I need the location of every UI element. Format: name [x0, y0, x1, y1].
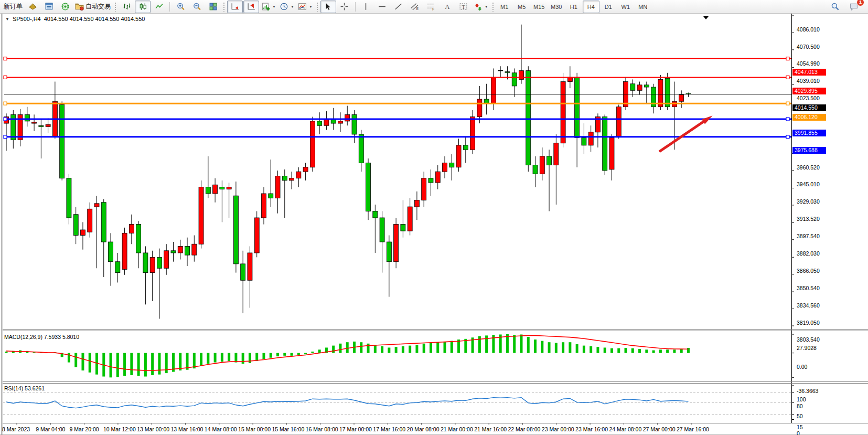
- periods-clock-icon: [280, 2, 288, 11]
- toolbar: 新订单: [0, 0, 868, 14]
- svg-text:T: T: [462, 4, 466, 10]
- signal-icon[interactable]: [57, 1, 73, 13]
- zoom-in-icon[interactable]: [173, 1, 188, 13]
- price-line-label: 4047.013: [792, 69, 826, 76]
- arrows-icon: [474, 2, 483, 11]
- vertical-line-tool[interactable]: [358, 1, 374, 13]
- price-axis-tick: 4039.010: [797, 78, 820, 84]
- notifications-button[interactable]: 1: [846, 1, 862, 13]
- rsi-indicator-label: RSI(14) 53.6261: [4, 385, 45, 391]
- macd-axis-tick: -36.3663: [797, 388, 818, 394]
- new-order-button[interactable]: 新订单: [2, 1, 24, 13]
- periods-button[interactable]: ▼: [278, 1, 296, 13]
- arrows-tool[interactable]: ▼: [472, 1, 490, 13]
- price-axis-tick: 3960.520: [797, 164, 820, 171]
- chevron-down-icon: ▼: [291, 5, 294, 8]
- ticket-icon: [28, 2, 37, 11]
- timeframe-m30[interactable]: M30: [548, 1, 565, 13]
- text-tool[interactable]: A: [440, 1, 455, 13]
- price-axis-tick: 3945.010: [797, 181, 820, 187]
- chart-title: ▼ SP500-,H4 4014.550 4014.550 4014.550 4…: [5, 16, 145, 22]
- equidistant-channel-tool[interactable]: E: [407, 1, 423, 13]
- price-axis-tick: 3834.560: [797, 302, 820, 309]
- zoom-out-icon[interactable]: [189, 1, 205, 13]
- timeframe-w1[interactable]: W1: [617, 1, 634, 13]
- time-axis-label: 9 Mar 20:00: [70, 426, 99, 432]
- chevron-down-icon: ▼: [309, 5, 313, 8]
- price-axis-tick: 4054.990: [797, 60, 820, 67]
- templates-button[interactable]: ▼: [296, 1, 314, 13]
- chart-symbol-period: SP500-,H4: [13, 16, 41, 22]
- timeframe-h4[interactable]: H4: [583, 1, 599, 13]
- candlestick-chart-icon[interactable]: [135, 1, 151, 13]
- timeframe-m1[interactable]: M1: [496, 1, 513, 13]
- timeframe-label: H4: [584, 4, 598, 10]
- time-axis-label: 14 Mar 08:00: [205, 426, 237, 432]
- text-icon: A: [443, 2, 452, 11]
- macd-indicator-label: MACD(12,26,9) 7.5933 5.8010: [4, 334, 79, 340]
- auto-scroll-icon[interactable]: [227, 1, 243, 13]
- svg-text:E: E: [416, 7, 419, 10]
- time-axis-label: 16 Mar 08:00: [306, 426, 338, 432]
- price-line-label: 4014.550: [792, 104, 826, 111]
- time-axis-label: 23 Mar 16:00: [575, 426, 608, 432]
- bar-chart-icon[interactable]: [119, 1, 134, 13]
- chart-caret-icon[interactable]: ▼: [5, 17, 9, 22]
- time-axis-label: 21 Mar 16:00: [474, 426, 507, 432]
- cursor-icon: [324, 2, 333, 11]
- line-chart-icon[interactable]: [151, 1, 167, 13]
- chart-canvas[interactable]: [0, 14, 868, 435]
- macd-axis-tick: 27.9028: [797, 345, 817, 351]
- timeframe-h1[interactable]: H1: [565, 1, 582, 13]
- timeframe-m15[interactable]: M15: [531, 1, 548, 13]
- market-watch-icon[interactable]: [41, 1, 57, 13]
- cursor-icon[interactable]: [320, 1, 336, 13]
- chart-shift-icon[interactable]: [243, 1, 259, 13]
- text-label-tool[interactable]: T: [456, 1, 471, 13]
- price-axis-tick: 3819.050: [797, 320, 820, 326]
- price-axis-tick: 3913.520: [797, 216, 820, 222]
- rsi-axis-tick: 50: [797, 413, 803, 419]
- price-axis-tick: 3866.050: [797, 268, 820, 274]
- auto-trading-button[interactable]: 自动交易: [73, 1, 112, 13]
- price-axis-tick: 3803.540: [797, 336, 820, 343]
- crosshair-icon[interactable]: [337, 1, 352, 13]
- toolbar-right: 1: [827, 1, 866, 13]
- time-axis-label: 24 Mar 08:00: [609, 426, 641, 432]
- macd-axis-tick: 0.00: [797, 364, 807, 370]
- toolbar-grip: [316, 2, 318, 12]
- svg-text:A: A: [445, 3, 451, 10]
- price-axis-tick: 3850.540: [797, 285, 820, 291]
- price-axis-tick: 4086.010: [797, 26, 820, 33]
- time-axis-label: 22 Mar 08:00: [508, 426, 541, 432]
- rsi-axis-tick: 80: [797, 403, 803, 409]
- time-axis-label: 17 Mar 16:00: [373, 426, 405, 432]
- auto-scroll-icon: [231, 2, 240, 11]
- zoom-out-icon: [192, 2, 201, 11]
- auto-trading-label: 自动交易: [85, 2, 111, 11]
- rsi-axis-tick: 15: [797, 424, 803, 430]
- tile-windows-icon: [209, 2, 218, 11]
- ticket-icon[interactable]: [25, 1, 40, 13]
- price-line-label: 4006.120: [792, 114, 826, 121]
- timeframe-m5[interactable]: M5: [513, 1, 530, 13]
- new-chart-button[interactable]: ▼: [260, 1, 277, 13]
- timeframe-d1[interactable]: D1: [600, 1, 617, 13]
- timeframe-mn[interactable]: MN: [635, 1, 651, 13]
- tile-windows-icon[interactable]: [205, 1, 221, 13]
- time-axis-label: 20 Mar 08:00: [407, 426, 440, 432]
- time-axis-label: 13 Mar 16:00: [171, 426, 203, 432]
- search-icon: [831, 2, 840, 11]
- fibonacci-tool[interactable]: F: [423, 1, 439, 13]
- trendline-tool[interactable]: [391, 1, 406, 13]
- timeframe-label: M30: [550, 4, 563, 10]
- price-line-label: 3975.688: [792, 147, 826, 154]
- templates-icon: [298, 2, 307, 11]
- time-axis-label: 13 Mar 00:00: [137, 426, 169, 432]
- rsi-axis-tick: 0: [797, 430, 800, 435]
- chart-window[interactable]: ▼ SP500-,H4 4014.550 4014.550 4014.550 4…: [0, 14, 868, 435]
- horizontal-line-tool[interactable]: [374, 1, 390, 13]
- market-watch-icon: [45, 2, 53, 11]
- search-button[interactable]: [827, 1, 843, 13]
- chart-shift-icon: [247, 2, 256, 11]
